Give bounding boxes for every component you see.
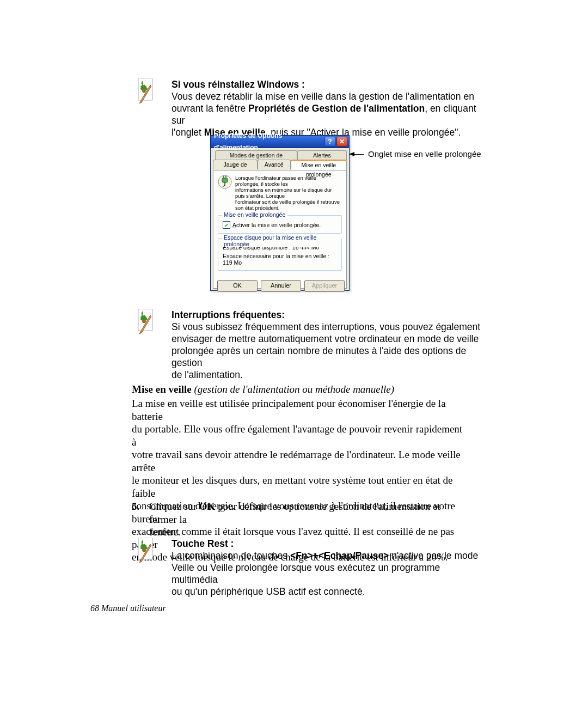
cactus-pencil-icon [135, 309, 157, 334]
tab-hibernate[interactable]: Mise en veille prolongée [291, 160, 347, 170]
dialog-titlebar: Propriétés de Options d'alimentation ? ✕ [211, 136, 349, 148]
svg-rect-3 [223, 176, 224, 178]
callout-arrow-head-icon [349, 152, 354, 156]
svg-rect-5 [142, 320, 146, 322]
note-rest-heading: Touche Rest : [171, 538, 234, 549]
svg-rect-2 [222, 178, 228, 182]
cactus-pencil-icon [135, 78, 157, 103]
hibernate-description: Lorsque l'ordinateur passe en veille pro… [218, 175, 342, 211]
apply-button: Appliquer [304, 280, 345, 292]
tab-battery-gauge[interactable]: Jauge de batterie [213, 160, 258, 169]
note-reinstall-heading: Si vous réinstallez Windows : [171, 79, 305, 90]
tab-power-schemes[interactable]: Modes de gestion de l'alimentation [215, 150, 297, 160]
cactus-pencil-icon [135, 538, 157, 563]
dialog-body: Modes de gestion de l'alimentation Alert… [211, 148, 349, 295]
dialog-button-row: OK Annuler Appliquer [217, 280, 345, 292]
step-number: 5. [132, 500, 139, 513]
tab-alerts[interactable]: Alertes [297, 150, 347, 160]
help-button[interactable]: ? [324, 137, 335, 147]
svg-rect-4 [225, 176, 226, 178]
group-hibernate-legend: Mise en veille prolongée [222, 211, 287, 218]
tab-panel-hibernate: Lorsque l'ordinateur passe en veille pro… [213, 170, 347, 289]
power-plug-icon [218, 175, 232, 189]
group-hibernate-enable: Mise en veille prolongée ✔ Activer la mi… [218, 215, 342, 234]
page-footer: 68 Manuel utilisateur [90, 604, 166, 613]
power-options-dialog: Propriétés de Options d'alimentation ? ✕… [210, 135, 350, 291]
cancel-button[interactable]: Annuler [261, 280, 301, 292]
group-disk-space-legend: Espace disque pour la mise en veille pro… [222, 234, 341, 247]
titlebar-buttons: ? ✕ [324, 137, 349, 147]
page: Si vous réinstallez Windows : Vous devez… [0, 0, 588, 713]
checkbox-icon: ✔ [223, 221, 230, 229]
step-5: 5. Cliquez sur OK pour définir les optio… [132, 500, 467, 539]
svg-rect-0 [142, 89, 146, 92]
group-disk-space: Espace disque pour la mise en veille pro… [218, 238, 342, 271]
close-button[interactable]: ✕ [336, 137, 347, 147]
section-heading-standby: Mise en veille (gestion de l'alimentatio… [132, 383, 394, 395]
ok-button[interactable]: OK [217, 280, 258, 292]
note-interruptions-heading: Interruptions fréquentes: [171, 309, 285, 320]
callout-hibernate-tab: Onglet mise en veIle prolongée [368, 149, 481, 159]
disk-space-required: Espace nécessaire pour la mise en veille… [223, 253, 337, 266]
tab-advanced[interactable]: Avancé [258, 160, 291, 169]
checkbox-enable-hibernate[interactable]: ✔ Activer la mise en veille prolongée. [223, 221, 321, 229]
svg-rect-6 [142, 549, 146, 551]
note-reinstall-windows: Si vous réinstallez Windows : Vous devez… [135, 78, 462, 118]
callout-arrow-line [354, 154, 364, 155]
